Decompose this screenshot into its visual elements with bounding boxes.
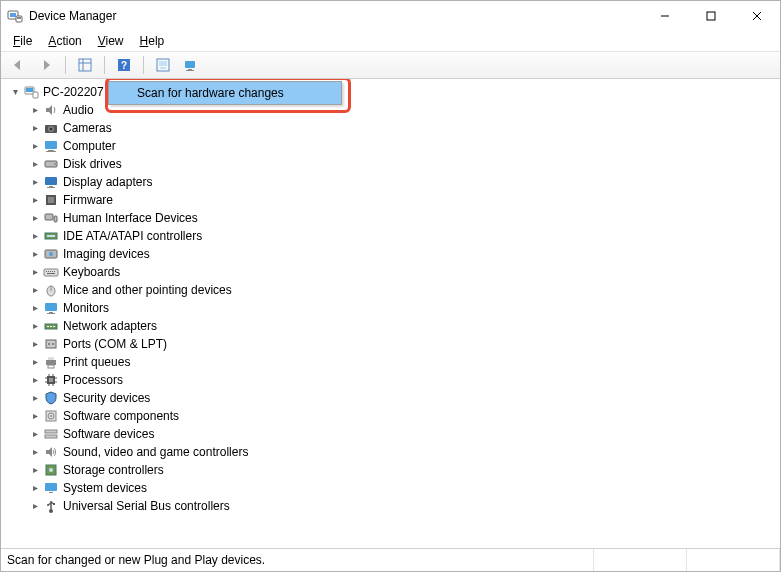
tree-item[interactable]: ▸Disk drives (7, 155, 780, 173)
tree-item[interactable]: ▸Software components (7, 407, 780, 425)
tree-item[interactable]: ▸Network adapters (7, 317, 780, 335)
svg-rect-56 (53, 326, 55, 327)
expand-icon[interactable]: ▸ (29, 176, 41, 188)
expand-icon[interactable]: ▸ (29, 482, 41, 494)
expand-icon[interactable]: ▸ (29, 284, 41, 296)
firmware-icon (43, 192, 59, 208)
tree-item[interactable]: ▸System devices (7, 479, 780, 497)
computer-icon (23, 84, 39, 100)
tree-item[interactable]: ▸Storage controllers (7, 461, 780, 479)
tree-item-label: System devices (63, 479, 147, 497)
tree-item[interactable]: ▸Mice and other pointing devices (7, 281, 780, 299)
expand-icon[interactable]: ▸ (29, 338, 41, 350)
expand-icon[interactable]: ▸ (29, 248, 41, 260)
forward-button[interactable] (33, 53, 59, 77)
menu-action[interactable]: Action (40, 32, 89, 50)
svg-rect-8 (79, 59, 91, 71)
svg-rect-52 (47, 313, 55, 314)
menu-view[interactable]: View (90, 32, 132, 50)
tree-item[interactable]: ▸Keyboards (7, 263, 780, 281)
svg-rect-18 (186, 70, 194, 71)
expand-icon[interactable]: ▸ (29, 158, 41, 170)
expand-icon[interactable]: ▸ (29, 212, 41, 224)
tree-item[interactable]: ▸Ports (COM & LPT) (7, 335, 780, 353)
tree-item[interactable]: ▸Cameras (7, 119, 780, 137)
expand-icon[interactable]: ▸ (29, 500, 41, 512)
expand-icon[interactable]: ▸ (29, 302, 41, 314)
svg-rect-45 (52, 271, 53, 272)
tree-item[interactable]: ▸Sound, video and game controllers (7, 443, 780, 461)
expand-icon[interactable]: ▸ (29, 140, 41, 152)
statusbar: Scan for changed or new Plug and Play de… (1, 548, 780, 571)
expand-icon[interactable]: ▸ (29, 356, 41, 368)
scan-hardware-button[interactable] (150, 53, 176, 77)
menu-file[interactable]: File (5, 32, 40, 50)
svg-rect-31 (49, 186, 53, 187)
expand-icon[interactable]: ▸ (29, 392, 41, 404)
svg-point-58 (48, 343, 50, 345)
menu-help[interactable]: Help (132, 32, 173, 50)
svg-rect-26 (48, 150, 54, 151)
tree-item-label: Software components (63, 407, 179, 425)
tree-item[interactable]: ▸IDE ATA/ATAPI controllers (7, 227, 780, 245)
tree-item[interactable]: ▸Universal Serial Bus controllers (7, 497, 780, 515)
expand-icon[interactable]: ▸ (29, 464, 41, 476)
tree-item[interactable]: ▸Monitors (7, 299, 780, 317)
svg-point-84 (47, 504, 49, 506)
svg-rect-3 (17, 17, 21, 19)
expand-icon[interactable]: ▸ (29, 230, 41, 242)
expand-icon[interactable]: ▸ (29, 320, 41, 332)
audio-icon (43, 102, 59, 118)
svg-rect-46 (54, 271, 55, 272)
tree-item[interactable]: ▸Software devices (7, 425, 780, 443)
svg-rect-51 (49, 312, 53, 313)
svg-rect-76 (45, 430, 57, 433)
swdev-icon (43, 426, 59, 442)
expand-icon[interactable]: ▸ (29, 104, 41, 116)
collapse-icon[interactable]: ▾ (9, 86, 21, 98)
tree-item[interactable]: ▸Security devices (7, 389, 780, 407)
expand-icon[interactable]: ▸ (29, 266, 41, 278)
expand-icon[interactable]: ▸ (29, 122, 41, 134)
device-tree-panel[interactable]: ▾PC-202207▸Audio▸Cameras▸Computer▸Disk d… (1, 79, 780, 548)
svg-point-79 (49, 468, 53, 472)
tree-item[interactable]: ▸Processors (7, 371, 780, 389)
svg-point-29 (54, 163, 56, 165)
tree-item[interactable]: ▸Human Interface Devices (7, 209, 780, 227)
expand-icon[interactable]: ▸ (29, 428, 41, 440)
expand-icon[interactable]: ▸ (29, 374, 41, 386)
expand-icon[interactable]: ▸ (29, 194, 41, 206)
minimize-button[interactable] (642, 1, 688, 31)
tree-item-label: Audio (63, 101, 94, 119)
maximize-button[interactable] (688, 1, 734, 31)
network-icon (43, 318, 59, 334)
tree-item[interactable]: ▸Display adapters (7, 173, 780, 191)
disk-icon (43, 156, 59, 172)
expand-icon[interactable]: ▸ (29, 446, 41, 458)
expand-icon[interactable]: ▸ (29, 410, 41, 422)
toolbar-separator (104, 56, 105, 74)
tree-item-label: Universal Serial Bus controllers (63, 497, 230, 515)
show-hide-tree-button[interactable] (72, 53, 98, 77)
storage-icon (43, 462, 59, 478)
svg-rect-61 (48, 357, 54, 360)
sound-icon (43, 444, 59, 460)
app-icon (7, 8, 23, 24)
devices-button[interactable] (178, 53, 204, 77)
monitor-icon (43, 300, 59, 316)
device-tree: ▾PC-202207▸Audio▸Cameras▸Computer▸Disk d… (7, 83, 780, 515)
svg-rect-55 (50, 326, 52, 327)
tree-item[interactable]: ▸Print queues (7, 353, 780, 371)
tree-item[interactable]: ▸Firmware (7, 191, 780, 209)
svg-rect-81 (49, 492, 53, 493)
tree-item-label: Cameras (63, 119, 112, 137)
help-button[interactable]: ? (111, 53, 137, 77)
back-button[interactable] (5, 53, 31, 77)
tree-item[interactable]: ▸Imaging devices (7, 245, 780, 263)
close-button[interactable] (734, 1, 780, 31)
context-menu-item-scan[interactable]: Scan for hardware changes (109, 82, 341, 104)
tree-item[interactable]: ▸Computer (7, 137, 780, 155)
svg-point-75 (50, 415, 52, 417)
tree-item-label: Display adapters (63, 173, 152, 191)
tree-item-label: Mice and other pointing devices (63, 281, 232, 299)
